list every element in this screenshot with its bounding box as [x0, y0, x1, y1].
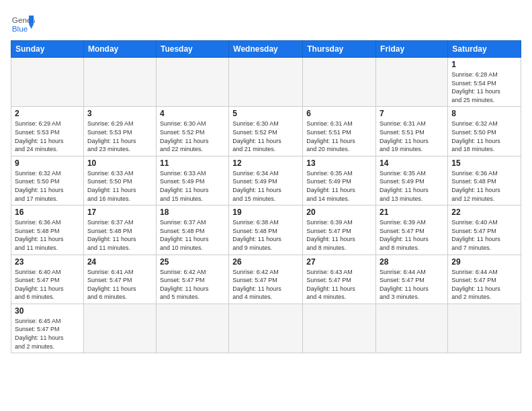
calendar-cell: 17Sunrise: 6:37 AM Sunset: 5:48 PM Dayli…: [83, 205, 156, 255]
weekday-header-monday: Monday: [83, 41, 156, 58]
calendar-cell: 11Sunrise: 6:33 AM Sunset: 5:49 PM Dayli…: [156, 156, 228, 205]
day-number: 17: [87, 208, 152, 217]
calendar-cell: 18Sunrise: 6:37 AM Sunset: 5:48 PM Dayli…: [156, 205, 228, 255]
day-info: Sunrise: 6:32 AM Sunset: 5:50 PM Dayligh…: [451, 120, 517, 153]
day-number: 19: [232, 208, 299, 217]
day-number: 15: [451, 158, 517, 168]
calendar-cell: [303, 304, 376, 353]
calendar-cell: 25Sunrise: 6:42 AM Sunset: 5:47 PM Dayli…: [156, 255, 228, 304]
day-info: Sunrise: 6:39 AM Sunset: 5:47 PM Dayligh…: [380, 218, 444, 252]
calendar-table: SundayMondayTuesdayWednesdayThursdayFrid…: [11, 40, 521, 353]
calendar-cell: 12Sunrise: 6:34 AM Sunset: 5:49 PM Dayli…: [229, 156, 303, 205]
day-number: 13: [306, 158, 372, 168]
weekday-header-wednesday: Wednesday: [229, 41, 303, 58]
day-number: 7: [380, 109, 444, 118]
day-info: Sunrise: 6:31 AM Sunset: 5:51 PM Dayligh…: [306, 120, 372, 153]
calendar-cell: [376, 304, 448, 353]
calendar-cell: [156, 304, 228, 353]
weekday-header-thursday: Thursday: [303, 41, 376, 58]
day-info: Sunrise: 6:30 AM Sunset: 5:52 PM Dayligh…: [232, 120, 299, 153]
day-number: 21: [380, 208, 444, 217]
day-number: 20: [306, 208, 372, 217]
calendar-cell: 10Sunrise: 6:33 AM Sunset: 5:50 PM Dayli…: [83, 156, 156, 205]
svg-text:Blue: Blue: [12, 24, 28, 33]
day-number: 24: [87, 257, 152, 267]
generalblue-logo-icon: General Blue: [11, 11, 35, 35]
day-info: Sunrise: 6:35 AM Sunset: 5:49 PM Dayligh…: [306, 169, 372, 203]
day-number: 12: [232, 158, 299, 168]
day-number: 10: [87, 158, 152, 168]
day-info: Sunrise: 6:45 AM Sunset: 5:47 PM Dayligh…: [15, 317, 80, 351]
calendar-cell: 24Sunrise: 6:41 AM Sunset: 5:47 PM Dayli…: [83, 255, 156, 304]
calendar-cell: 23Sunrise: 6:40 AM Sunset: 5:47 PM Dayli…: [11, 255, 84, 304]
weekday-header-sunday: Sunday: [11, 41, 84, 58]
calendar-cell: 13Sunrise: 6:35 AM Sunset: 5:49 PM Dayli…: [303, 156, 376, 205]
day-number: 28: [380, 257, 444, 267]
calendar-cell: [83, 58, 156, 107]
day-info: Sunrise: 6:38 AM Sunset: 5:48 PM Dayligh…: [232, 218, 299, 252]
calendar-cell: [156, 58, 228, 107]
calendar-cell: 20Sunrise: 6:39 AM Sunset: 5:47 PM Dayli…: [303, 205, 376, 255]
day-info: Sunrise: 6:36 AM Sunset: 5:48 PM Dayligh…: [15, 218, 80, 252]
day-info: Sunrise: 6:44 AM Sunset: 5:47 PM Dayligh…: [380, 268, 444, 302]
day-info: Sunrise: 6:32 AM Sunset: 5:50 PM Dayligh…: [15, 169, 80, 203]
day-number: 29: [451, 257, 517, 267]
day-number: 27: [306, 257, 372, 267]
calendar-week-row: 1Sunrise: 6:28 AM Sunset: 5:54 PM Daylig…: [11, 58, 521, 107]
calendar-cell: 21Sunrise: 6:39 AM Sunset: 5:47 PM Dayli…: [376, 205, 448, 255]
day-number: 6: [306, 109, 372, 118]
calendar-cell: [376, 58, 448, 107]
day-info: Sunrise: 6:34 AM Sunset: 5:49 PM Dayligh…: [232, 169, 299, 203]
page: General Blue SundayMondayTuesdayWednesda…: [0, 0, 532, 411]
calendar-cell: [229, 58, 303, 107]
day-info: Sunrise: 6:36 AM Sunset: 5:48 PM Dayligh…: [451, 169, 517, 203]
svg-marker-2: [29, 15, 34, 24]
calendar-cell: 30Sunrise: 6:45 AM Sunset: 5:47 PM Dayli…: [11, 304, 84, 353]
day-info: Sunrise: 6:30 AM Sunset: 5:52 PM Dayligh…: [160, 120, 225, 153]
calendar-cell: [11, 58, 84, 107]
day-number: 25: [160, 257, 225, 267]
day-number: 2: [15, 109, 80, 118]
calendar-cell: [229, 304, 303, 353]
calendar-cell: 1Sunrise: 6:28 AM Sunset: 5:54 PM Daylig…: [448, 58, 521, 107]
day-info: Sunrise: 6:37 AM Sunset: 5:48 PM Dayligh…: [87, 218, 152, 252]
day-info: Sunrise: 6:29 AM Sunset: 5:53 PM Dayligh…: [15, 120, 80, 153]
calendar-cell: 4Sunrise: 6:30 AM Sunset: 5:52 PM Daylig…: [156, 107, 228, 156]
calendar-cell: [83, 304, 156, 353]
calendar-week-row: 9Sunrise: 6:32 AM Sunset: 5:50 PM Daylig…: [11, 156, 521, 205]
day-number: 4: [160, 109, 225, 118]
day-number: 26: [232, 257, 299, 267]
calendar-cell: 27Sunrise: 6:43 AM Sunset: 5:47 PM Dayli…: [303, 255, 376, 304]
day-info: Sunrise: 6:29 AM Sunset: 5:53 PM Dayligh…: [87, 120, 152, 153]
calendar-cell: 8Sunrise: 6:32 AM Sunset: 5:50 PM Daylig…: [448, 107, 521, 156]
day-info: Sunrise: 6:33 AM Sunset: 5:49 PM Dayligh…: [160, 169, 225, 203]
calendar-cell: 14Sunrise: 6:35 AM Sunset: 5:49 PM Dayli…: [376, 156, 448, 205]
day-number: 23: [15, 257, 80, 267]
header: General Blue: [11, 11, 521, 35]
day-number: 11: [160, 158, 225, 168]
calendar-cell: 2Sunrise: 6:29 AM Sunset: 5:53 PM Daylig…: [11, 107, 84, 156]
day-number: 30: [15, 306, 80, 316]
day-number: 5: [232, 109, 299, 118]
calendar-cell: 26Sunrise: 6:42 AM Sunset: 5:47 PM Dayli…: [229, 255, 303, 304]
day-number: 14: [380, 158, 444, 168]
day-info: Sunrise: 6:31 AM Sunset: 5:51 PM Dayligh…: [380, 120, 444, 153]
day-number: 1: [451, 60, 517, 69]
calendar-cell: 7Sunrise: 6:31 AM Sunset: 5:51 PM Daylig…: [376, 107, 448, 156]
day-number: 8: [451, 109, 517, 118]
day-info: Sunrise: 6:40 AM Sunset: 5:47 PM Dayligh…: [15, 268, 80, 302]
calendar-cell: 6Sunrise: 6:31 AM Sunset: 5:51 PM Daylig…: [303, 107, 376, 156]
day-info: Sunrise: 6:41 AM Sunset: 5:47 PM Dayligh…: [87, 268, 152, 302]
calendar-cell: 16Sunrise: 6:36 AM Sunset: 5:48 PM Dayli…: [11, 205, 84, 255]
day-info: Sunrise: 6:44 AM Sunset: 5:47 PM Dayligh…: [451, 268, 517, 302]
day-number: 18: [160, 208, 225, 217]
calendar-cell: 3Sunrise: 6:29 AM Sunset: 5:53 PM Daylig…: [83, 107, 156, 156]
day-info: Sunrise: 6:40 AM Sunset: 5:47 PM Dayligh…: [451, 218, 517, 252]
day-number: 9: [15, 158, 80, 168]
day-number: 22: [451, 208, 517, 217]
calendar-cell: [303, 58, 376, 107]
day-info: Sunrise: 6:42 AM Sunset: 5:47 PM Dayligh…: [232, 268, 299, 302]
day-info: Sunrise: 6:43 AM Sunset: 5:47 PM Dayligh…: [306, 268, 372, 302]
calendar-week-row: 30Sunrise: 6:45 AM Sunset: 5:47 PM Dayli…: [11, 304, 521, 353]
calendar-cell: [448, 304, 521, 353]
